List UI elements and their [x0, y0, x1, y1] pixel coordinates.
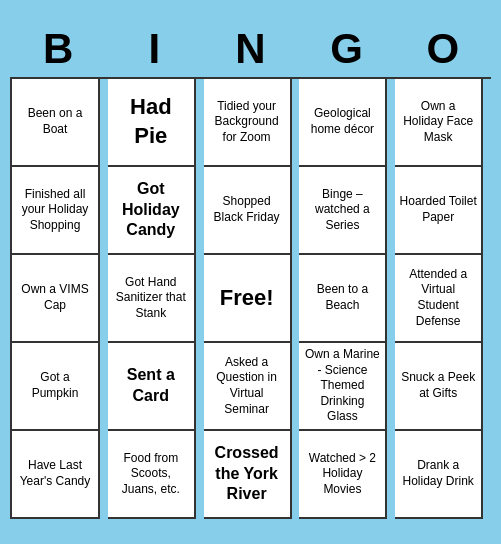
bingo-cell[interactable]: Shopped Black Friday	[204, 167, 292, 255]
bingo-header: B I N G O	[10, 25, 491, 73]
bingo-cell[interactable]: Snuck a Peek at Gifts	[395, 343, 483, 431]
bingo-cell[interactable]: Hoarded Toilet Paper	[395, 167, 483, 255]
letter-n: N	[206, 25, 294, 73]
bingo-cell[interactable]: Watched > 2 Holiday Movies	[299, 431, 387, 519]
bingo-cell[interactable]: Attended a Virtual Student Defense	[395, 255, 483, 343]
letter-b: B	[14, 25, 102, 73]
bingo-cell[interactable]: Food from Scoots, Juans, etc.	[108, 431, 196, 519]
bingo-cell[interactable]: Finished all your Holiday Shopping	[12, 167, 100, 255]
bingo-cell[interactable]: Binge – watched a Series	[299, 167, 387, 255]
letter-g: G	[303, 25, 391, 73]
bingo-cell[interactable]: Geological home décor	[299, 79, 387, 167]
bingo-cell[interactable]: Been to a Beach	[299, 255, 387, 343]
bingo-cell[interactable]: Got a Pumpkin	[12, 343, 100, 431]
letter-i: I	[110, 25, 198, 73]
bingo-cell[interactable]: Sent a Card	[108, 343, 196, 431]
bingo-cell[interactable]: Tidied your Background for Zoom	[204, 79, 292, 167]
bingo-cell[interactable]: Drank a Holiday Drink	[395, 431, 483, 519]
bingo-cell[interactable]: Been on a Boat	[12, 79, 100, 167]
bingo-cell[interactable]: Got Hand Sanitizer that Stank	[108, 255, 196, 343]
bingo-cell[interactable]: Have Last Year's Candy	[12, 431, 100, 519]
letter-o: O	[399, 25, 487, 73]
bingo-cell[interactable]: Had Pie	[108, 79, 196, 167]
bingo-cell[interactable]: Asked a Question in Virtual Seminar	[204, 343, 292, 431]
bingo-cell[interactable]: Own a Holiday Face Mask	[395, 79, 483, 167]
bingo-cell[interactable]: Crossed the York River	[204, 431, 292, 519]
bingo-cell[interactable]: Got Holiday Candy	[108, 167, 196, 255]
bingo-grid: Been on a BoatHad PieTidied your Backgro…	[10, 77, 491, 519]
bingo-card: B I N G O Been on a BoatHad PieTidied yo…	[0, 15, 501, 529]
bingo-cell[interactable]: Own a VIMS Cap	[12, 255, 100, 343]
bingo-cell[interactable]: Own a Marine - Science Themed Drinking G…	[299, 343, 387, 431]
bingo-cell[interactable]: Free!	[204, 255, 292, 343]
